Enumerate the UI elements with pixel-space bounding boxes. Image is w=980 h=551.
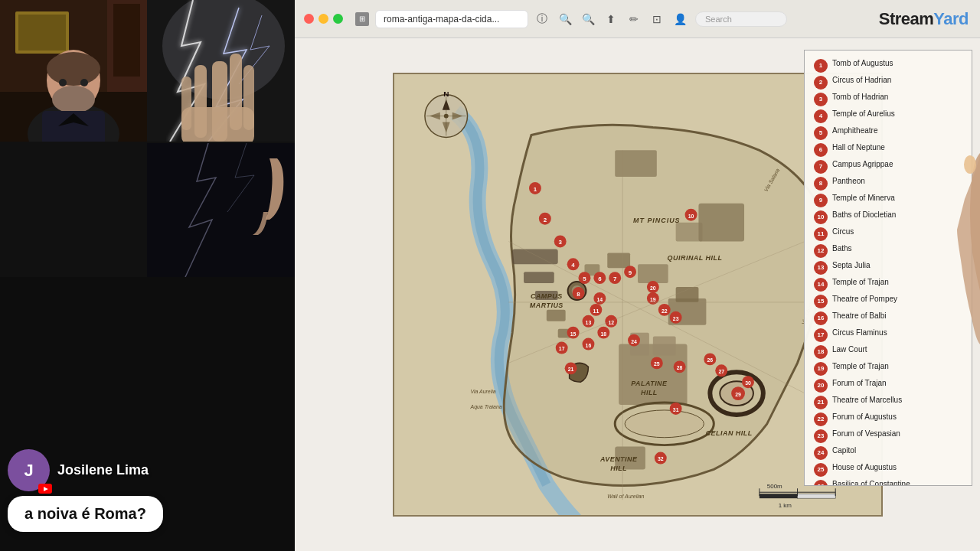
url-bar[interactable]: roma-antiga-mapa-da-cida... [375,10,528,28]
chat-overlay: J Josilene Lima a noiva é Roma? [8,449,163,532]
tab-icon: ⊞ [355,12,369,26]
legend-number: 20 [814,379,828,393]
svg-point-136 [443,114,448,119]
svg-text:22: 22 [661,308,667,314]
legend-number: 10 [814,210,828,224]
svg-text:500m: 500m [766,483,782,490]
svg-text:9: 9 [628,269,632,276]
legend-number: 1 [814,59,828,73]
svg-text:27: 27 [718,369,724,374]
legend-label: Theatre of Marcellus [832,395,902,406]
legend-label: Baths of Diocletian [832,210,896,220]
svg-rect-56 [607,253,630,268]
avatar: J [8,449,50,491]
svg-text:21: 21 [567,367,573,372]
info-icon[interactable]: ⓘ [534,11,550,27]
svg-text:MT PINCIUS: MT PINCIUS [633,217,680,224]
legend-number: 8 [814,177,828,191]
svg-text:1 km: 1 km [778,502,792,509]
legend-number: 4 [814,109,828,123]
user-badge: J Josilene Lima [8,449,163,491]
legend-label: Temple of Trajan [832,361,889,372]
legend-item: 4 Temple of Aurelius [814,109,962,123]
legend-item: 3 Tomb of Hadrian [814,92,962,106]
close-button[interactable] [304,14,314,24]
legend-label: Hall of Neptune [832,142,885,153]
youtube-icon [38,484,52,494]
svg-text:QUIRINAL HILL: QUIRINAL HILL [667,254,722,262]
map-content: 1 2 3 4 5 6 7 8 9 10 [295,38,980,551]
legend-label: Law Court [832,344,867,355]
svg-rect-54 [615,150,657,177]
legend-item: 7 Campus Agrippae [814,159,962,174]
legend-label: Temple of Minerva [832,193,895,204]
legend-label: Forum of Trajan [832,378,887,389]
svg-rect-60 [698,204,744,242]
legend-number: 24 [814,446,828,460]
legend-label: Baths [832,243,852,254]
svg-text:12: 12 [608,320,614,325]
legend-item: 24 Capitol [814,445,962,460]
svg-text:31: 31 [672,407,678,412]
edit-icon[interactable]: ✏ [626,11,642,27]
zoom-out-icon[interactable]: 🔍 [557,11,573,27]
svg-text:Via Aurelia: Via Aurelia [470,389,495,394]
svg-text:1: 1 [533,186,537,193]
legend-label: Pantheon [832,176,865,187]
svg-text:23: 23 [672,316,678,321]
legend-number: 2 [814,76,828,90]
legend-label: Capitol [832,445,856,456]
search-bar[interactable]: Search [695,11,787,27]
zoom-in-icon[interactable]: 🔍 [580,11,596,27]
legend-number: 9 [814,194,828,207]
svg-text:25: 25 [653,361,659,367]
svg-text:17: 17 [558,346,564,351]
svg-text:32: 32 [657,456,663,461]
share-icon[interactable]: ⬆ [603,11,619,27]
svg-text:4: 4 [571,262,575,269]
legend-panel: 1 Tomb of Augustus 2 Circus of Hadrian 3… [804,50,972,486]
legend-item: 15 Theatre of Pompey [814,294,962,308]
legend-number: 26 [814,480,828,486]
video-top [0,0,147,142]
svg-point-51 [625,410,704,438]
minimize-button[interactable] [318,14,328,24]
person-icon[interactable]: 👤 [672,11,688,27]
svg-rect-22 [181,107,254,142]
legend-item: 10 Baths of Diocletian [814,210,962,224]
svg-text:2: 2 [543,217,547,223]
svg-rect-42 [652,337,675,356]
browser-icons: ⓘ 🔍 🔍 ⬆ ✏ ⊡ 👤 Search [534,11,787,27]
svg-text:20: 20 [650,285,656,291]
legend-item: 25 House of Augustus [814,462,962,477]
legend-number: 7 [814,160,828,174]
legend-number: 17 [814,328,828,342]
svg-text:8: 8 [577,291,580,298]
legend-list: 1 Tomb of Augustus 2 Circus of Hadrian 3… [814,58,962,486]
tab-icon2[interactable]: ⊡ [649,11,665,27]
maximize-button[interactable] [333,14,343,24]
browser-chrome: ⊞ roma-antiga-mapa-da-cida... ⓘ 🔍 🔍 ⬆ ✏ … [295,0,980,38]
legend-number: 14 [814,278,828,292]
legend-label: Theatre of Balbi [832,311,887,321]
legend-item: 13 Septa Julia [814,260,962,275]
legend-item: 14 Temple of Trajan [814,277,962,292]
legend-number: 6 [814,143,828,157]
svg-rect-61 [675,223,702,242]
legend-number: 18 [814,345,828,359]
svg-text:Wall of Aurelian: Wall of Aurelian [607,494,644,499]
lightning-top [147,0,295,142]
lightning-bottom [147,143,295,277]
browser-window: ⊞ roma-antiga-mapa-da-cida... ⓘ 🔍 🔍 ⬆ ✏ … [295,0,980,551]
legend-label: Theatre of Pompey [832,294,897,305]
svg-text:N: N [443,90,449,98]
legend-number: 25 [814,463,828,477]
traffic-lights [304,14,343,24]
left-panel: J Josilene Lima a noiva é Roma? [0,0,295,551]
legend-item: 9 Temple of Minerva [814,193,962,207]
legend-number: 13 [814,261,828,275]
legend-number: 11 [814,227,828,241]
svg-text:18: 18 [600,331,606,337]
legend-label: House of Augustus [832,462,897,473]
legend-item: 12 Baths [814,243,962,258]
